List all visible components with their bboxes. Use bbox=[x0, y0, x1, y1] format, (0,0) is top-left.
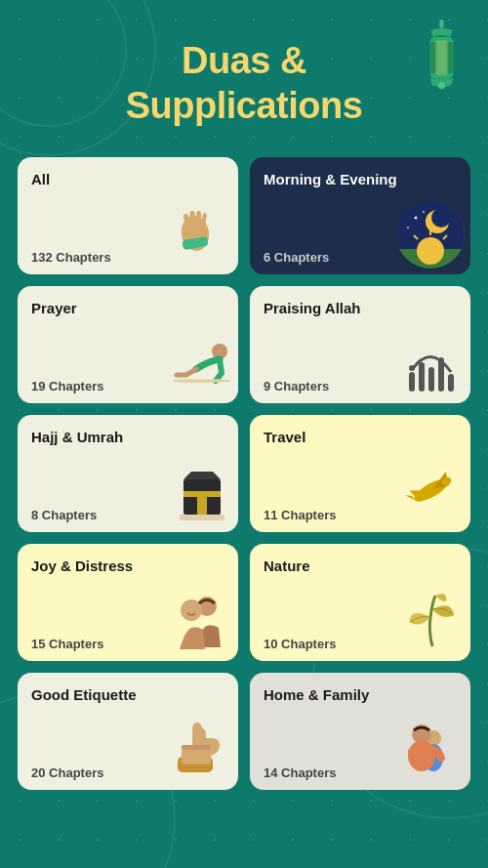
card-travel[interactable]: Travel 11 Chapters bbox=[250, 415, 470, 532]
card-etiquette-title: Good Etiquette bbox=[31, 686, 167, 705]
card-home-family[interactable]: Home & Family 14 Chapters bbox=[250, 673, 470, 790]
joy-icon bbox=[166, 591, 232, 655]
card-all[interactable]: All 132 Chapters bbox=[18, 157, 238, 274]
svg-rect-28 bbox=[428, 367, 434, 392]
svg-point-5 bbox=[438, 82, 445, 89]
svg-rect-30 bbox=[448, 374, 454, 392]
svg-point-19 bbox=[417, 237, 444, 265]
svg-rect-27 bbox=[419, 362, 425, 392]
card-praising-title: Praising Allah bbox=[264, 300, 399, 318]
header: Duas & Supplications bbox=[0, 0, 488, 147]
thumbsup-icon bbox=[170, 718, 228, 782]
card-travel-title: Travel bbox=[264, 429, 399, 447]
svg-point-13 bbox=[415, 217, 418, 220]
card-morning-title: Morning & Evening bbox=[264, 171, 399, 189]
svg-rect-34 bbox=[183, 491, 221, 497]
svg-rect-4 bbox=[435, 40, 448, 75]
nature-icon bbox=[401, 588, 465, 655]
card-morning-evening[interactable]: Morning & Evening 6 Chapters bbox=[250, 157, 470, 274]
kaaba-icon bbox=[172, 462, 232, 526]
svg-point-15 bbox=[423, 211, 425, 213]
cards-grid: All 132 Chapters Morning & Evening bbox=[0, 147, 488, 819]
card-nature-title: Nature bbox=[264, 558, 399, 576]
svg-point-46 bbox=[192, 723, 202, 736]
svg-rect-36 bbox=[180, 515, 224, 520]
card-nature[interactable]: Nature 10 Chapters bbox=[250, 544, 470, 661]
lantern-decoration bbox=[415, 20, 468, 98]
svg-rect-9 bbox=[196, 211, 202, 227]
card-joy-distress[interactable]: Joy & Distress 15 Chapters bbox=[18, 544, 238, 661]
card-hajj-title: Hajj & Umrah bbox=[31, 429, 167, 447]
card-praising[interactable]: Praising Allah 9 Chapters bbox=[250, 286, 470, 403]
airplane-icon bbox=[398, 462, 465, 522]
card-home-title: Home & Family bbox=[264, 686, 399, 705]
family-icon bbox=[396, 717, 465, 784]
svg-rect-26 bbox=[409, 372, 415, 392]
svg-rect-25 bbox=[179, 379, 223, 383]
svg-rect-0 bbox=[439, 20, 443, 28]
card-joy-title: Joy & Distress bbox=[31, 558, 167, 576]
svg-marker-33 bbox=[183, 472, 221, 479]
page-title: Duas & Supplications bbox=[20, 39, 468, 128]
prayer-icon bbox=[169, 332, 232, 399]
card-etiquette[interactable]: Good Etiquette 20 Chapters bbox=[18, 673, 238, 790]
praising-icon bbox=[399, 333, 463, 395]
card-hajj[interactable]: Hajj & Umrah 8 Chapters bbox=[18, 415, 238, 532]
card-prayer[interactable]: Prayer 19 Chapters bbox=[18, 286, 238, 403]
svg-rect-35 bbox=[197, 497, 207, 515]
svg-rect-47 bbox=[182, 745, 211, 750]
svg-point-14 bbox=[407, 227, 409, 228]
svg-point-17 bbox=[431, 208, 451, 227]
card-all-title: All bbox=[31, 171, 167, 189]
hands-icon bbox=[170, 196, 230, 269]
card-prayer-title: Prayer bbox=[31, 300, 167, 318]
morning-evening-icon bbox=[396, 200, 465, 269]
